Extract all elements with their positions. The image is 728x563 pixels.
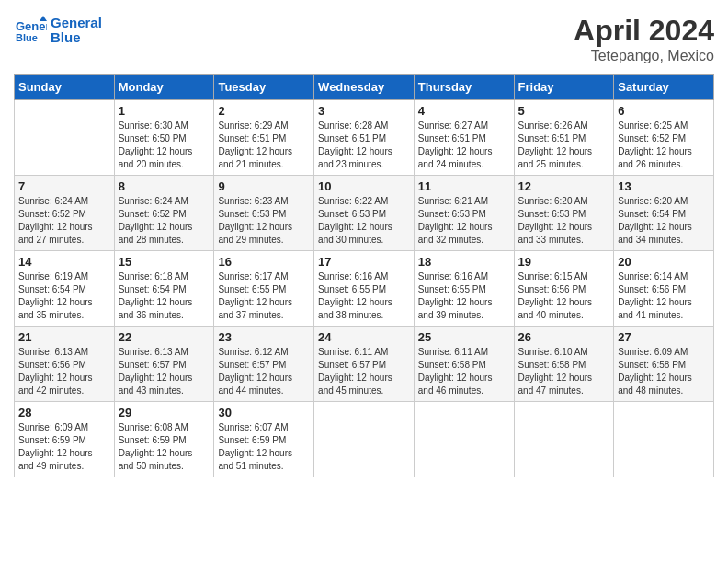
calendar-cell: 3Sunrise: 6:28 AM Sunset: 6:51 PM Daylig… [314, 100, 415, 176]
calendar-cell: 29Sunrise: 6:08 AM Sunset: 6:59 PM Dayli… [114, 402, 214, 477]
day-info: Sunrise: 6:22 AM Sunset: 6:53 PM Dayligh… [318, 195, 410, 247]
day-info: Sunrise: 6:20 AM Sunset: 6:53 PM Dayligh… [518, 195, 610, 247]
day-number: 12 [518, 179, 610, 193]
calendar-week-row: 7Sunrise: 6:24 AM Sunset: 6:52 PM Daylig… [15, 176, 714, 251]
day-number: 27 [618, 330, 710, 344]
calendar-cell: 27Sunrise: 6:09 AM Sunset: 6:58 PM Dayli… [614, 327, 714, 402]
logo-icon: General Blue [14, 14, 47, 47]
title-area: April 2024 Tetepango, Mexico [574, 14, 714, 64]
day-number: 5 [518, 104, 610, 118]
calendar-cell [614, 402, 714, 477]
day-number: 4 [418, 104, 510, 118]
day-number: 15 [119, 255, 210, 269]
day-info: Sunrise: 6:13 AM Sunset: 6:57 PM Dayligh… [119, 346, 210, 397]
day-number: 10 [318, 179, 410, 193]
day-number: 22 [119, 330, 210, 344]
day-info: Sunrise: 6:08 AM Sunset: 6:59 PM Dayligh… [119, 421, 210, 473]
day-info: Sunrise: 6:30 AM Sunset: 6:50 PM Dayligh… [119, 120, 210, 171]
day-number: 26 [518, 330, 610, 344]
calendar-cell: 24Sunrise: 6:11 AM Sunset: 6:57 PM Dayli… [314, 327, 415, 402]
day-number: 11 [418, 179, 510, 193]
calendar-cell: 1Sunrise: 6:30 AM Sunset: 6:50 PM Daylig… [114, 100, 214, 176]
calendar-cell: 12Sunrise: 6:20 AM Sunset: 6:53 PM Dayli… [514, 176, 614, 251]
day-number: 13 [618, 179, 710, 193]
day-info: Sunrise: 6:16 AM Sunset: 6:55 PM Dayligh… [418, 270, 510, 322]
calendar-cell: 7Sunrise: 6:24 AM Sunset: 6:52 PM Daylig… [15, 176, 115, 251]
calendar-cell: 14Sunrise: 6:19 AM Sunset: 6:54 PM Dayli… [15, 251, 115, 327]
calendar-cell: 11Sunrise: 6:21 AM Sunset: 6:53 PM Dayli… [414, 176, 514, 251]
day-info: Sunrise: 6:15 AM Sunset: 6:56 PM Dayligh… [518, 270, 610, 322]
day-info: Sunrise: 6:09 AM Sunset: 6:58 PM Dayligh… [618, 346, 710, 397]
day-info: Sunrise: 6:11 AM Sunset: 6:57 PM Dayligh… [318, 346, 410, 397]
calendar-week-row: 28Sunrise: 6:09 AM Sunset: 6:59 PM Dayli… [15, 402, 714, 477]
day-number: 25 [418, 330, 510, 344]
calendar-cell: 13Sunrise: 6:20 AM Sunset: 6:54 PM Dayli… [614, 176, 714, 251]
svg-text:Blue: Blue [16, 32, 38, 43]
day-number: 8 [119, 179, 210, 193]
day-info: Sunrise: 6:20 AM Sunset: 6:54 PM Dayligh… [618, 195, 710, 247]
day-number: 6 [618, 104, 710, 118]
day-number: 21 [18, 330, 110, 344]
day-number: 28 [18, 406, 110, 419]
day-number: 16 [218, 255, 310, 269]
day-number: 30 [218, 406, 310, 419]
weekday-header-tuesday: Tuesday [214, 75, 314, 100]
calendar-cell [314, 402, 415, 477]
calendar-week-row: 1Sunrise: 6:30 AM Sunset: 6:50 PM Daylig… [15, 100, 714, 176]
day-number: 7 [18, 179, 110, 193]
logo: General Blue GeneralBlue [14, 14, 102, 47]
weekday-header-wednesday: Wednesday [314, 75, 415, 100]
calendar-cell: 17Sunrise: 6:16 AM Sunset: 6:55 PM Dayli… [314, 251, 415, 327]
calendar-week-row: 14Sunrise: 6:19 AM Sunset: 6:54 PM Dayli… [15, 251, 714, 327]
calendar-cell: 23Sunrise: 6:12 AM Sunset: 6:57 PM Dayli… [214, 327, 314, 402]
calendar-subtitle: Tetepango, Mexico [574, 48, 714, 64]
day-info: Sunrise: 6:09 AM Sunset: 6:59 PM Dayligh… [18, 421, 110, 473]
day-info: Sunrise: 6:26 AM Sunset: 6:51 PM Dayligh… [518, 120, 610, 171]
calendar-cell [514, 402, 614, 477]
day-info: Sunrise: 6:27 AM Sunset: 6:51 PM Dayligh… [418, 120, 510, 171]
calendar-cell: 28Sunrise: 6:09 AM Sunset: 6:59 PM Dayli… [15, 402, 115, 477]
day-info: Sunrise: 6:18 AM Sunset: 6:54 PM Dayligh… [119, 270, 210, 322]
calendar-cell [414, 402, 514, 477]
day-info: Sunrise: 6:07 AM Sunset: 6:59 PM Dayligh… [218, 421, 310, 473]
day-number: 2 [218, 104, 310, 118]
calendar-cell: 15Sunrise: 6:18 AM Sunset: 6:54 PM Dayli… [114, 251, 214, 327]
calendar-cell: 6Sunrise: 6:25 AM Sunset: 6:52 PM Daylig… [614, 100, 714, 176]
weekday-header-monday: Monday [114, 75, 214, 100]
day-number: 24 [318, 330, 410, 344]
day-number: 20 [618, 255, 710, 269]
weekday-header-sunday: Sunday [15, 75, 115, 100]
weekday-header-saturday: Saturday [614, 75, 714, 100]
day-info: Sunrise: 6:10 AM Sunset: 6:58 PM Dayligh… [518, 346, 610, 397]
day-info: Sunrise: 6:21 AM Sunset: 6:53 PM Dayligh… [418, 195, 510, 247]
calendar-table: SundayMondayTuesdayWednesdayThursdayFrid… [14, 74, 714, 477]
weekday-header-thursday: Thursday [414, 75, 514, 100]
calendar-cell [15, 100, 115, 176]
calendar-cell: 18Sunrise: 6:16 AM Sunset: 6:55 PM Dayli… [414, 251, 514, 327]
day-number: 3 [318, 104, 410, 118]
calendar-cell: 25Sunrise: 6:11 AM Sunset: 6:58 PM Dayli… [414, 327, 514, 402]
day-number: 29 [119, 406, 210, 419]
day-number: 19 [518, 255, 610, 269]
calendar-title: April 2024 [574, 14, 714, 48]
calendar-cell: 30Sunrise: 6:07 AM Sunset: 6:59 PM Dayli… [214, 402, 314, 477]
day-number: 1 [119, 104, 210, 118]
day-number: 14 [18, 255, 110, 269]
svg-text:General: General [16, 19, 47, 33]
day-info: Sunrise: 6:24 AM Sunset: 6:52 PM Dayligh… [119, 195, 210, 247]
logo-text: GeneralBlue [51, 16, 102, 46]
day-info: Sunrise: 6:29 AM Sunset: 6:51 PM Dayligh… [218, 120, 310, 171]
calendar-cell: 26Sunrise: 6:10 AM Sunset: 6:58 PM Dayli… [514, 327, 614, 402]
calendar-cell: 22Sunrise: 6:13 AM Sunset: 6:57 PM Dayli… [114, 327, 214, 402]
calendar-week-row: 21Sunrise: 6:13 AM Sunset: 6:56 PM Dayli… [15, 327, 714, 402]
calendar-cell: 2Sunrise: 6:29 AM Sunset: 6:51 PM Daylig… [214, 100, 314, 176]
calendar-cell: 20Sunrise: 6:14 AM Sunset: 6:56 PM Dayli… [614, 251, 714, 327]
day-info: Sunrise: 6:17 AM Sunset: 6:55 PM Dayligh… [218, 270, 310, 322]
calendar-cell: 8Sunrise: 6:24 AM Sunset: 6:52 PM Daylig… [114, 176, 214, 251]
weekday-header-row: SundayMondayTuesdayWednesdayThursdayFrid… [15, 75, 714, 100]
weekday-header-friday: Friday [514, 75, 614, 100]
svg-marker-2 [40, 16, 47, 21]
calendar-cell: 16Sunrise: 6:17 AM Sunset: 6:55 PM Dayli… [214, 251, 314, 327]
calendar-cell: 10Sunrise: 6:22 AM Sunset: 6:53 PM Dayli… [314, 176, 415, 251]
day-info: Sunrise: 6:28 AM Sunset: 6:51 PM Dayligh… [318, 120, 410, 171]
